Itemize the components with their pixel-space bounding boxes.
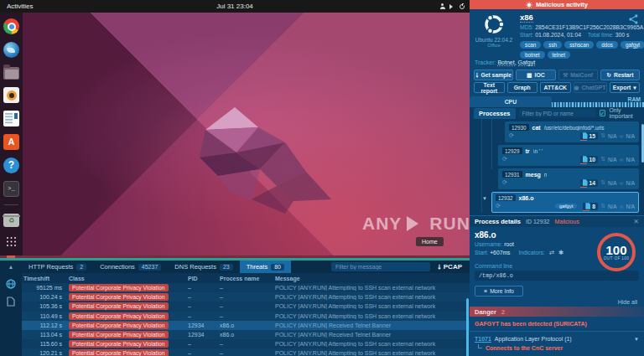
tab-ram[interactable]: RAM — [552, 96, 644, 107]
volume-icon — [449, 4, 455, 9]
sample-tag: botnet — [520, 51, 545, 59]
threat-timeline-strip[interactable] — [0, 255, 470, 258]
sample-header: Ubuntu 22.04.2 Office x86 MD5: 2854CE31F… — [470, 9, 644, 58]
events-counter[interactable]: 8 — [583, 203, 598, 210]
process-row[interactable]: ▼ 12930 cat /usr/etc/debuginfod/*.urls ⟳… — [505, 121, 639, 142]
ram-usage-bar — [552, 102, 644, 107]
help-icon[interactable]: ? — [3, 157, 19, 173]
attack-button[interactable]: ATT&CK — [540, 82, 571, 93]
message-filter-input[interactable] — [331, 262, 430, 271]
sample-tag: telnet — [548, 51, 570, 59]
sample-name[interactable]: x86 — [520, 13, 533, 23]
terminal-icon[interactable]: >_ — [3, 181, 19, 197]
tracker-link-gafgyt[interactable]: Gafgyt — [518, 59, 536, 66]
collapse-panel-icon[interactable]: ▲ — [0, 264, 22, 270]
trash-icon[interactable] — [3, 214, 19, 227]
tab-cpu[interactable]: CPU — [470, 96, 552, 107]
ioc-button[interactable]: ▦IOC — [516, 70, 555, 80]
column-header[interactable]: Class — [69, 276, 181, 281]
share-icon[interactable] — [629, 14, 638, 24]
tracker-link-botnet[interactable]: Botnet — [497, 59, 514, 66]
restart-button[interactable]: ↻Restart — [600, 70, 640, 80]
tree-elbow — [478, 344, 482, 348]
column-header[interactable]: Message — [275, 276, 466, 281]
process-pid: 12932 — [496, 194, 516, 201]
process-tree: ▼ 12930 cat /usr/etc/debuginfod/*.urls ⟳… — [470, 119, 644, 215]
modules-icon: ∞ — [620, 157, 624, 163]
process-restart-icon: ⟳ — [509, 132, 514, 139]
threat-row[interactable]: 110.49 s Potential Corporate Privacy Vio… — [22, 312, 470, 321]
threat-row[interactable]: 120.21 s Potential Corporate Privacy Vio… — [22, 348, 470, 356]
globe-icon[interactable] — [6, 278, 17, 289]
chevron-down-icon: ▾ — [633, 85, 636, 91]
network-tab[interactable]: Threats80 — [240, 261, 291, 273]
hide-all-link[interactable]: Hide all — [470, 297, 644, 307]
technique-sub-item[interactable]: Connects to the CnC server — [470, 343, 644, 351]
text-report-button[interactable]: Text report — [474, 82, 505, 93]
cmdline-value[interactable]: /tmp/x86.o — [475, 271, 639, 281]
process-row[interactable]: ▼ 12931 mesg n ⟳ 14 ⇅N/A ∞N/A — [498, 168, 639, 189]
chevron-down-icon[interactable]: ▼ — [634, 337, 639, 342]
pcap-download-button[interactable]: ⭣ PCAP — [430, 263, 470, 271]
file-events-icon — [583, 179, 588, 186]
menu-icon: ≡ — [484, 288, 487, 294]
get-sample-button[interactable]: ⭣Get sample — [474, 70, 513, 80]
events-counter[interactable]: 10 — [580, 156, 599, 163]
only-important-checkbox[interactable]: ✓ — [600, 110, 606, 116]
threat-row[interactable]: 100.24 s Potential Corporate Privacy Vio… — [22, 292, 470, 302]
file-events-icon — [583, 156, 588, 163]
threat-row[interactable]: 113.04 s Potential Corporate Privacy Vio… — [22, 330, 470, 339]
process-row[interactable]: ▼ 12932 x86.o ⟳ gafgyt 8 ⇅N/A ∞N/A — [491, 192, 639, 213]
events-counter[interactable]: 14 — [580, 179, 599, 187]
process-tag-badge: gafgyt — [555, 204, 577, 209]
clock[interactable]: Jul 31 23:04 — [0, 3, 470, 10]
ubuntu-software-icon[interactable]: A — [3, 134, 19, 150]
sample-tag: ssh — [543, 41, 562, 49]
network-tab[interactable]: Connections45237 — [93, 261, 168, 273]
sample-tag: gafgyt — [621, 41, 644, 49]
more-info-button[interactable]: ≡ More Info — [475, 286, 523, 297]
threat-row[interactable]: 112.12 s Potential Corporate Privacy Vio… — [22, 321, 470, 330]
network-tab[interactable]: DNS Requests23 — [168, 261, 239, 273]
download-icon: ⭣ — [438, 263, 441, 271]
process-row[interactable]: ▼ 12929 tr \n ' ' ⟳ 10 ⇅N/A ∞N/A — [498, 145, 639, 166]
events-counter[interactable]: 15 — [580, 132, 599, 140]
graph-button[interactable]: Graph — [507, 82, 538, 93]
danger-item[interactable]: GAFGYT has been detected (SURICATA) — [470, 317, 644, 332]
malconf-button[interactable]: ⚒MalConf — [558, 70, 598, 80]
danger-section-header[interactable]: Danger 2 — [470, 307, 644, 317]
sample-tag: scan — [520, 41, 541, 49]
export-button[interactable]: Export▾ — [610, 82, 641, 93]
technique-id-link[interactable]: T1071 — [475, 336, 491, 342]
close-icon[interactable]: ✕ — [633, 218, 639, 225]
modules-icon: ∞ — [620, 133, 624, 139]
threats-scrollbar[interactable] — [466, 298, 469, 356]
rhythmbox-icon[interactable] — [3, 87, 19, 103]
process-args: n — [544, 172, 548, 178]
process-filter-input[interactable] — [519, 109, 596, 117]
files-icon[interactable] — [3, 67, 19, 80]
process-name: tr — [526, 148, 530, 154]
column-header[interactable]: PID — [188, 276, 213, 281]
libreoffice-writer-icon[interactable] — [3, 111, 19, 126]
chatgpt-button[interactable]: ◉ChatGPT — [574, 82, 607, 93]
tab-processes[interactable]: Processes — [474, 108, 516, 119]
only-important-label: Only important — [609, 107, 640, 119]
home-button[interactable]: Home — [416, 237, 444, 246]
thunderbird-icon[interactable] — [3, 42, 19, 58]
download-icon: ⭣ — [475, 72, 478, 79]
chrome-icon[interactable] — [3, 18, 19, 34]
files-tab-icon[interactable] — [6, 296, 17, 307]
process-details-id: ID 12932 — [526, 219, 549, 224]
chevron-down-icon[interactable]: ▼ — [482, 196, 487, 201]
modules-icon: ∞ — [620, 180, 624, 186]
column-header[interactable]: Process name — [220, 276, 268, 281]
column-header[interactable]: Timeshift — [23, 276, 62, 281]
threat-row[interactable]: 95125 ms Potential Corporate Privacy Vio… — [22, 283, 470, 292]
threat-row[interactable]: 115.60 s Potential Corporate Privacy Vio… — [22, 339, 470, 348]
mitre-technique-row[interactable]: T1071 Application Layer Protocol (1) ▼ — [470, 332, 644, 343]
app-grid-icon[interactable] — [7, 237, 17, 247]
network-tab[interactable]: HTTP Requests2 — [22, 261, 93, 273]
system-tray[interactable] — [439, 3, 465, 9]
threat-row[interactable]: 105.36 s Potential Corporate Privacy Vio… — [22, 302, 470, 311]
